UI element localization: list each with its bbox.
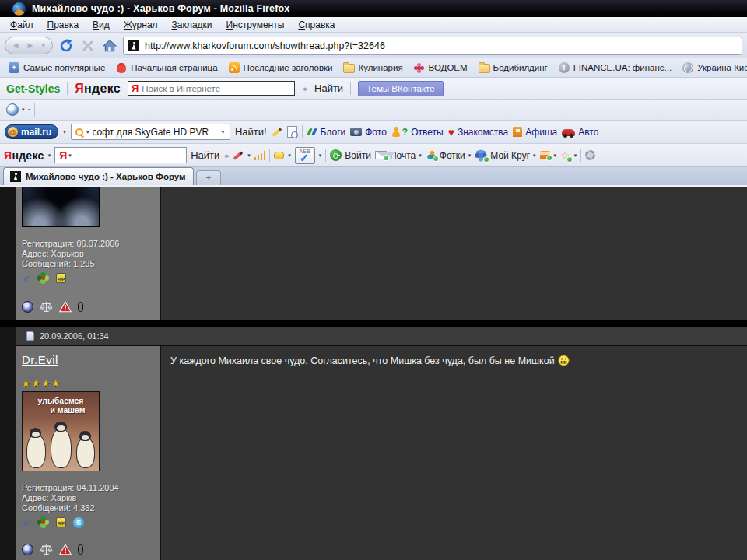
collapse-dash-icon[interactable]: - (28, 104, 31, 115)
extension-ball-icon[interactable] (6, 103, 19, 116)
chevron-down-icon[interactable]: ▾ (86, 129, 89, 135)
spelling-pencil-icon[interactable] (233, 150, 244, 159)
getstyles-logo[interactable]: Get-Styles (6, 82, 60, 95)
write-letter-icon[interactable] (272, 127, 282, 136)
menu-history[interactable]: Журнал (117, 18, 165, 32)
menu-bookmarks[interactable]: Закладки (165, 18, 219, 32)
money-wallet-icon[interactable] (540, 151, 550, 159)
back-icon[interactable]: ◄ (12, 41, 20, 50)
bookmark-finance-ua[interactable]: fFINANCE.UA: финанс... (555, 61, 675, 75)
favorites-star-icon[interactable]: ☆ (560, 150, 570, 161)
bookmark-folder-bodybuilding[interactable]: Бодибилдинг (475, 61, 552, 75)
grin-smiley-icon (558, 355, 570, 366)
bookmark-most-popular[interactable]: ✦Самые популярные (5, 61, 109, 75)
vk-themes-button[interactable]: Темы ВКонтакте (358, 81, 444, 96)
bookmark-folder-cooking[interactable]: Кулинария (339, 61, 406, 75)
icq-icon[interactable] (41, 520, 45, 524)
bookmark-vodoem[interactable]: ВОДОЕМ (410, 61, 472, 75)
chevron-down-icon[interactable]: ▾ (319, 152, 322, 159)
post2-message-count: Сообщений: 4,352 (22, 503, 95, 514)
menu-edit[interactable]: Правка (40, 18, 86, 32)
back-forward-buttons[interactable]: ◄ ► ▼ (5, 37, 53, 54)
mailru-link-photo[interactable]: Фото (350, 127, 387, 138)
reload-button[interactable] (58, 37, 75, 54)
menu-help[interactable]: Справка (291, 18, 342, 32)
mailru-find-button[interactable]: Найти! (235, 126, 267, 138)
chevron-down-icon[interactable]: ▾ (574, 152, 577, 159)
menu-view[interactable]: Вид (86, 18, 117, 32)
chevron-down-icon[interactable]: ▾ (48, 152, 51, 159)
home-button[interactable] (101, 37, 118, 54)
mailru-link-blogs[interactable]: Блоги (307, 127, 346, 138)
chevron-down-icon[interactable]: ▾ (63, 129, 66, 135)
yandex-search-input[interactable] (142, 84, 291, 93)
yandex-fotki-link[interactable]: Фотки▾ (426, 150, 472, 161)
mailru-search-query[interactable]: софт для SkyGate HD PVR (92, 127, 217, 138)
forward-icon[interactable]: ► (26, 41, 35, 50)
tab-title: Михайлово чудо :) - Харьков Форум (26, 172, 186, 181)
page-preview-icon[interactable] (287, 126, 297, 138)
resize-grip-icon[interactable]: ◂▸ (223, 152, 229, 159)
mailru-link-auto[interactable]: Авто (562, 127, 598, 138)
chevron-down-icon[interactable]: ▾ (468, 152, 472, 159)
post2-message-text: У каждого Михаила свое чудо. Согласитесь… (170, 355, 555, 366)
spellcheck-button[interactable]: АБВ ✓ (295, 147, 315, 164)
traffic-bars-icon[interactable] (254, 151, 266, 160)
reputation-scales-icon[interactable] (40, 543, 53, 556)
menu-tools[interactable]: Инструменты (219, 18, 292, 32)
qip-icon[interactable]: qip (56, 517, 66, 527)
post-document-icon[interactable] (26, 331, 34, 341)
menu-file[interactable]: Файл (3, 18, 40, 32)
new-tab-button[interactable]: + (196, 170, 221, 185)
settings-gear-icon[interactable] (585, 150, 595, 160)
bookmark-start-page[interactable]: Начальная страница (112, 61, 221, 75)
mailru-search-field[interactable]: ▾ софт для SkyGate HD PVR ▼ (71, 124, 230, 140)
chevron-down-icon[interactable]: ▾ (554, 152, 557, 159)
mailru-link-answers[interactable]: ?Ответы (391, 127, 444, 138)
yandex-find-button[interactable]: Найти (314, 82, 343, 94)
chevron-down-icon[interactable]: ▾ (68, 152, 72, 159)
resize-grip-icon[interactable]: ◂▸ (302, 85, 307, 93)
stop-icon (82, 40, 94, 52)
chevron-down-icon[interactable]: ▾ (288, 152, 291, 159)
reputation-scales-icon[interactable] (40, 300, 53, 313)
bookmark-latest-headlines[interactable]: Последние заголовки (225, 61, 337, 75)
link-label: Афиша (525, 127, 557, 138)
folder-icon (479, 62, 489, 73)
bookmark-label: Последние заголовки (244, 63, 333, 72)
mailru-link-dating[interactable]: ♥Знакомства (448, 127, 509, 138)
chevron-down-icon[interactable]: ▾ (247, 152, 251, 159)
yandex-moikrug-link[interactable]: Мой Круг▾ (475, 150, 535, 161)
tab-active[interactable]: Михайлово чудо :) - Харьков Форум (3, 167, 194, 185)
hummingbird-icon (426, 151, 437, 160)
chevron-down-icon[interactable]: ▼ (220, 129, 226, 135)
history-dropdown-icon[interactable]: ▼ (40, 43, 46, 48)
url-bar[interactable]: http://www.kharkovforum.com/showthread.p… (123, 37, 742, 55)
yandexbar-logo[interactable]: Яндекс (4, 149, 44, 162)
bookmark-ukraine-kiev[interactable]: Украина Киев УФ (679, 61, 747, 75)
person-icon (391, 127, 402, 137)
icq-icon[interactable] (41, 276, 45, 280)
menu-bar: Файл Правка Вид Журнал Закладки Инструме… (0, 17, 747, 33)
chevron-down-icon[interactable]: ▾ (22, 107, 25, 113)
chevron-down-icon[interactable]: ▾ (419, 152, 422, 159)
forum-page: Регистрация: 06.07.2006 Адрес: Харьков С… (0, 187, 747, 560)
skype-icon[interactable]: S (73, 517, 84, 528)
yandex-search-field[interactable]: Я (128, 81, 295, 96)
url-text[interactable]: http://www.kharkovforum.com/showthread.p… (145, 40, 385, 51)
post2-username-link[interactable]: Dr.Evil (22, 353, 58, 366)
comments-bubble-icon[interactable] (274, 152, 284, 159)
yandexbar-find-button[interactable]: Найти (191, 149, 219, 161)
yandex-login-link[interactable]: Войти (330, 149, 371, 161)
chevron-down-icon[interactable]: ▾ (533, 152, 536, 159)
qip-icon[interactable]: qip (56, 273, 66, 283)
yandex-mail-link[interactable]: Почта▾ (375, 150, 422, 161)
report-warning-icon[interactable] (59, 544, 72, 555)
mailru-logo[interactable]: @ mail.ru (5, 124, 58, 139)
heart-icon: ♥ (448, 127, 454, 138)
stop-button[interactable] (79, 37, 96, 54)
report-warning-icon[interactable] (59, 301, 72, 313)
yandexbar-search-field[interactable]: Я ▾ (54, 147, 187, 163)
avatar-caption-line2: и машем (23, 405, 99, 415)
mailru-link-afisha[interactable]: Афиша (513, 127, 557, 138)
